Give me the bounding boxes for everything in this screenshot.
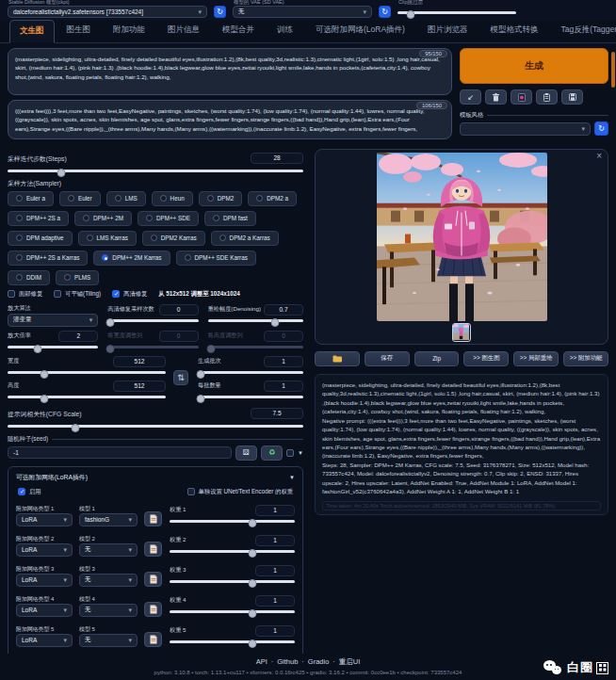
lora-info-button[interactable] [144,632,162,647]
sampler-option[interactable]: Euler a [8,191,54,206]
footer-link-gradio[interactable]: Gradio [308,657,330,666]
sampler-option[interactable]: DPM2 Karras [142,231,205,246]
additional-networks-header[interactable]: 可选附加网络(LoRA插件) ▼ [16,473,295,482]
save-image-button[interactable]: 保存 [365,351,410,366]
footer-link-api[interactable]: API [256,657,267,666]
batch-count-slider[interactable] [198,368,303,377]
generated-image[interactable] [377,153,547,321]
lora-weight-slider[interactable] [170,638,295,646]
lora-weight-slider[interactable] [170,607,295,616]
lora-info-button[interactable] [144,572,162,587]
upscaler-dropdown[interactable]: 潜变量 ▾ [8,314,98,327]
swap-dimensions-button[interactable]: ⇅ [173,370,188,385]
batch-count-value[interactable]: 1 [264,356,303,367]
lora-weight-slider[interactable] [170,517,295,526]
sampler-option[interactable]: DDIM [8,270,50,285]
sampler-option[interactable]: DPM2 a Karras [211,231,279,246]
clip-skip-slider[interactable] [397,8,516,17]
tab-txt2img[interactable]: 文生图 [9,20,55,43]
footer-link-restart[interactable]: 重启UI [339,657,361,666]
apply-style-button[interactable] [536,89,558,105]
lora-type-dropdown[interactable]: LoRA▾ [16,604,73,617]
footer-link-github[interactable]: Github [277,657,298,666]
lora-type-dropdown[interactable]: LoRA▾ [16,634,73,647]
tab-extras[interactable]: 附加功能 [103,19,155,42]
lora-separate-weights-checkbox[interactable]: 单独设置 UNet/Text Encoder 的权重 [187,488,293,496]
batch-size-slider[interactable] [198,393,303,401]
lora-type-dropdown[interactable]: LoRA▾ [16,543,73,557]
sampler-option[interactable]: DPM adaptive [8,231,73,246]
lora-model-dropdown[interactable]: 无▾ [79,634,138,647]
steps-slider[interactable] [8,167,303,175]
lora-weight-slider[interactable] [170,547,295,556]
tab-img2img[interactable]: 图生图 [57,19,102,42]
lora-model-dropdown[interactable]: fashionG▾ [79,513,138,526]
lora-weight-value[interactable]: 1 [255,505,295,516]
sampler-option[interactable]: DPM++ 2S a [8,211,69,226]
width-slider[interactable] [8,368,166,377]
seed-input[interactable]: -1 [8,446,232,459]
style-template-dropdown[interactable]: ▾ [460,122,591,136]
extra-seed-checkbox[interactable] [286,449,294,457]
slider-thumb[interactable] [57,169,65,177]
sampler-option[interactable]: DPM++ 2S a Karras [8,251,88,266]
tab-checkpoint-merger[interactable]: 模型合并 [212,19,265,42]
save-style-button[interactable] [561,89,583,105]
model-dropdown[interactable]: dalceforealistictallyv2.safetensors [733… [8,6,207,18]
refresh-styles-button[interactable]: ↻ [594,121,608,136]
zip-button[interactable]: Zip [414,351,460,366]
lora-weight-value[interactable]: 1 [255,625,295,637]
slider-thumb[interactable] [406,10,414,19]
prompt-input[interactable]: (masterpiece, sidelighting, ultra-detail… [8,48,452,95]
reuse-seed-button[interactable]: ♻ [261,445,283,461]
tab-train[interactable]: 训练 [267,19,303,42]
extra-networks-button[interactable] [511,89,532,105]
hires-fix-checkbox[interactable]: 高清修复 [112,290,147,299]
vae-dropdown[interactable]: 无 ▾ [233,6,372,18]
refresh-vae-button[interactable]: ↻ [379,6,391,18]
clear-prompt-button[interactable] [485,89,507,105]
tab-model-converter[interactable]: 模型格式转换 [479,19,548,42]
sampler-option[interactable]: DPM++ SDE [138,211,199,226]
lora-type-dropdown[interactable]: LoRA▾ [16,513,73,526]
lora-type-dropdown[interactable]: LoRA▾ [16,574,73,587]
tab-image-browser[interactable]: 图片浏览器 [417,19,478,42]
sampler-option[interactable]: PLMS [56,270,99,285]
sampler-option[interactable]: LMS [106,191,146,206]
close-icon[interactable]: × [596,151,602,161]
sampler-option[interactable]: DPM2 [199,191,243,206]
read-params-button[interactable]: ↙ [460,89,481,105]
lora-info-button[interactable] [144,602,162,617]
lora-info-button[interactable] [144,511,162,526]
upscale-by-value[interactable]: 2 [58,331,98,342]
lora-model-dropdown[interactable]: 无▾ [79,604,138,617]
send-to-inpaint-button[interactable]: >> 局部重绘 [513,351,559,366]
denoising-slider[interactable] [208,316,303,325]
tab-png-info[interactable]: 图片信息 [157,19,210,42]
sampler-option-selected[interactable]: DPM++ 2M Karras [93,251,170,266]
sampler-option[interactable]: Euler [59,191,101,206]
tiling-checkbox[interactable]: 可平铺(Tiling) [54,290,101,299]
send-to-extras-button[interactable]: >> 附加功能 [563,351,608,366]
batch-size-value[interactable]: 1 [264,380,303,392]
cfg-slider[interactable] [8,422,303,430]
lora-weight-value[interactable]: 1 [255,595,295,607]
gallery-thumbnail[interactable] [452,323,471,342]
upscale-by-slider[interactable] [8,343,98,351]
height-value[interactable]: 512 [113,380,166,392]
sampler-option[interactable]: DPM2 a [248,191,297,206]
sampler-option[interactable]: DPM++ SDE Karras [176,251,256,266]
lora-info-button[interactable] [144,542,162,557]
open-folder-button[interactable] [315,351,360,366]
tab-additional-networks[interactable]: 可选附加网络(LoRA插件) [305,19,415,42]
tab-tagger[interactable]: Tag反推(Tagger) [550,19,616,42]
hires-steps-slider[interactable] [107,316,198,325]
steps-value[interactable]: 28 [251,153,303,164]
height-slider[interactable] [8,393,166,401]
lora-weight-value[interactable]: 1 [255,535,295,546]
restore-faces-checkbox[interactable]: 面部修复 [8,290,42,299]
cfg-value[interactable]: 7.5 [251,408,303,419]
sampler-option[interactable]: DPM fast [204,211,256,226]
width-value[interactable]: 512 [113,356,166,367]
lora-model-dropdown[interactable]: 无▾ [79,543,138,557]
